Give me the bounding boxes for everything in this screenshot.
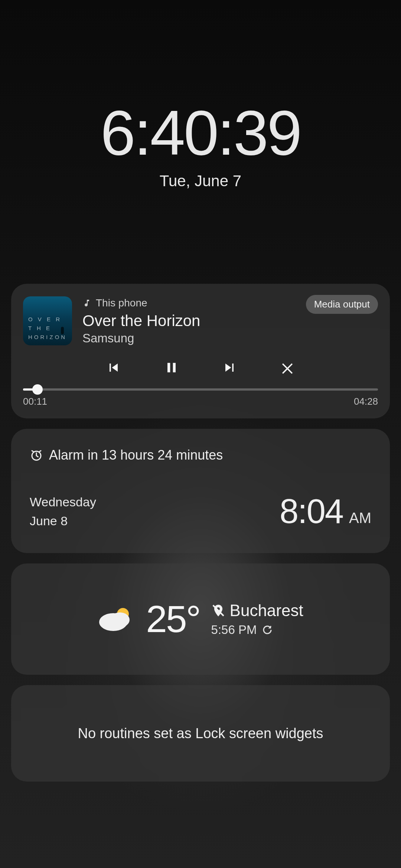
media-artist: Samsung bbox=[82, 331, 378, 345]
media-controls bbox=[75, 357, 326, 378]
weather-widget[interactable]: 25° Bucharest 5:56 PM bbox=[11, 563, 390, 675]
media-title: Over the Horizon bbox=[82, 312, 378, 330]
music-note-icon bbox=[82, 299, 91, 308]
previous-track-button[interactable] bbox=[103, 357, 124, 378]
weather-location: Bucharest bbox=[211, 601, 303, 620]
alarm-ampm: AM bbox=[349, 510, 371, 526]
alarm-date: Wednesday June 8 bbox=[30, 493, 96, 530]
weather-temperature: 25° bbox=[146, 598, 200, 641]
alarm-countdown-text: Alarm in 13 hours 24 minutes bbox=[49, 447, 223, 463]
close-icon bbox=[279, 359, 296, 376]
alarm-widget[interactable]: Alarm in 13 hours 24 minutes Wednesday J… bbox=[11, 429, 390, 553]
total-time: 04:28 bbox=[354, 396, 378, 407]
weather-condition-icon bbox=[98, 604, 135, 634]
skip-previous-icon bbox=[105, 359, 122, 376]
album-art: O V E RT H EHORIZON bbox=[23, 296, 72, 345]
routines-empty-text: No routines set as Lock screen widgets bbox=[78, 726, 323, 742]
weather-updated: 5:56 PM bbox=[211, 623, 303, 637]
progress-thumb[interactable] bbox=[32, 384, 43, 395]
next-track-button[interactable] bbox=[219, 357, 240, 378]
elapsed-time: 00:11 bbox=[23, 396, 47, 407]
media-output-button[interactable]: Media output bbox=[306, 295, 378, 314]
alarm-time-value: 8:04 bbox=[280, 492, 343, 531]
clock-time: 6:40:39 bbox=[0, 96, 401, 169]
routines-widget[interactable]: No routines set as Lock screen widgets bbox=[11, 685, 390, 782]
weather-updated-time: 5:56 PM bbox=[211, 623, 257, 637]
location-off-icon bbox=[211, 604, 225, 618]
album-art-text: O V E RT H EHORIZON bbox=[28, 315, 67, 342]
weather-city: Bucharest bbox=[230, 601, 303, 620]
media-player-widget[interactable]: Media output O V E RT H EHORIZON This ph… bbox=[11, 284, 390, 418]
alarm-clock-icon bbox=[30, 448, 43, 462]
clock-date: Tue, June 7 bbox=[0, 172, 401, 190]
progress-track[interactable] bbox=[23, 388, 378, 391]
skip-next-icon bbox=[221, 359, 238, 376]
svg-point-3 bbox=[110, 612, 130, 627]
alarm-header: Alarm in 13 hours 24 minutes bbox=[30, 447, 371, 463]
refresh-icon[interactable] bbox=[262, 624, 273, 635]
alarm-time: 8:04 AM bbox=[280, 492, 371, 531]
alarm-date-value: June 8 bbox=[30, 512, 96, 530]
lockscreen-clock: 6:40:39 Tue, June 7 bbox=[0, 0, 401, 190]
alarm-day: Wednesday bbox=[30, 493, 96, 512]
media-progress[interactable]: 00:11 04:28 bbox=[23, 388, 378, 407]
pause-icon bbox=[163, 359, 180, 376]
close-media-button[interactable] bbox=[277, 357, 298, 378]
media-source-label: This phone bbox=[96, 297, 147, 309]
pause-button[interactable] bbox=[161, 357, 182, 378]
